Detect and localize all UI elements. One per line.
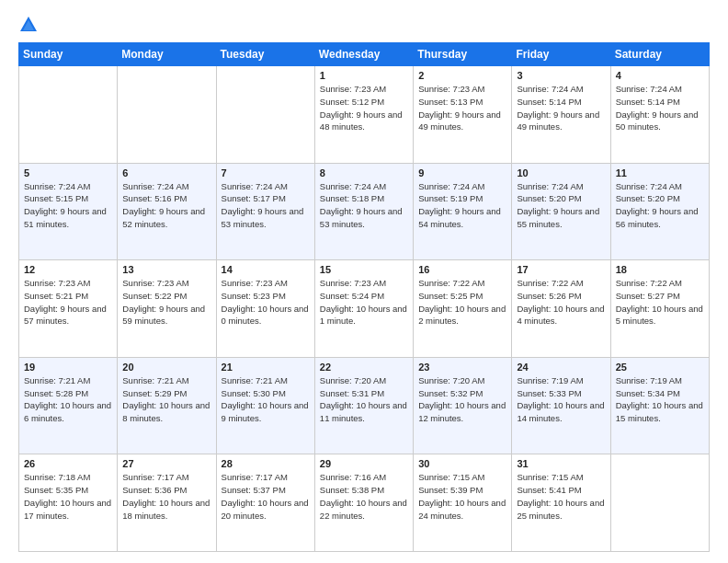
weekday-header-wednesday: Wednesday bbox=[314, 43, 413, 66]
day-number: 25 bbox=[616, 362, 704, 373]
week-row-4: 19Sunrise: 7:21 AM Sunset: 5:28 PM Dayli… bbox=[19, 357, 710, 454]
calendar-cell: 15Sunrise: 7:23 AM Sunset: 5:24 PM Dayli… bbox=[314, 260, 413, 358]
calendar-cell bbox=[19, 66, 118, 164]
day-number: 10 bbox=[517, 167, 605, 178]
day-detail: Sunrise: 7:21 AM Sunset: 5:29 PM Dayligh… bbox=[122, 374, 210, 425]
day-number: 7 bbox=[222, 167, 310, 178]
day-detail: Sunrise: 7:15 AM Sunset: 5:41 PM Dayligh… bbox=[517, 471, 605, 522]
day-detail: Sunrise: 7:17 AM Sunset: 5:37 PM Dayligh… bbox=[222, 471, 310, 522]
day-detail: Sunrise: 7:15 AM Sunset: 5:39 PM Dayligh… bbox=[418, 471, 506, 522]
day-detail: Sunrise: 7:24 AM Sunset: 5:14 PM Dayligh… bbox=[517, 83, 605, 133]
calendar-cell: 29Sunrise: 7:16 AM Sunset: 5:38 PM Dayli… bbox=[314, 454, 413, 552]
day-detail: Sunrise: 7:19 AM Sunset: 5:33 PM Dayligh… bbox=[517, 374, 605, 425]
day-detail: Sunrise: 7:24 AM Sunset: 5:16 PM Dayligh… bbox=[122, 180, 210, 231]
calendar-cell: 5Sunrise: 7:24 AM Sunset: 5:15 PM Daylig… bbox=[19, 163, 118, 260]
calendar-cell: 17Sunrise: 7:22 AM Sunset: 5:26 PM Dayli… bbox=[512, 260, 610, 358]
weekday-header-friday: Friday bbox=[512, 43, 610, 66]
calendar-cell: 7Sunrise: 7:24 AM Sunset: 5:17 PM Daylig… bbox=[216, 163, 314, 260]
day-number: 26 bbox=[24, 458, 112, 469]
calendar-cell: 6Sunrise: 7:24 AM Sunset: 5:16 PM Daylig… bbox=[118, 163, 216, 260]
day-detail: Sunrise: 7:17 AM Sunset: 5:36 PM Dayligh… bbox=[122, 471, 210, 522]
day-detail: Sunrise: 7:23 AM Sunset: 5:13 PM Dayligh… bbox=[418, 83, 506, 133]
day-detail: Sunrise: 7:22 AM Sunset: 5:25 PM Dayligh… bbox=[418, 277, 506, 327]
calendar-cell bbox=[216, 66, 314, 164]
calendar-cell: 30Sunrise: 7:15 AM Sunset: 5:39 PM Dayli… bbox=[414, 454, 512, 552]
weekday-header-row: SundayMondayTuesdayWednesdayThursdayFrid… bbox=[19, 43, 710, 66]
calendar-cell: 8Sunrise: 7:24 AM Sunset: 5:18 PM Daylig… bbox=[314, 163, 413, 260]
day-detail: Sunrise: 7:23 AM Sunset: 5:22 PM Dayligh… bbox=[122, 277, 210, 327]
day-number: 22 bbox=[320, 362, 408, 373]
calendar-cell: 3Sunrise: 7:24 AM Sunset: 5:14 PM Daylig… bbox=[512, 66, 610, 164]
calendar-cell: 14Sunrise: 7:23 AM Sunset: 5:23 PM Dayli… bbox=[216, 260, 314, 358]
day-detail: Sunrise: 7:19 AM Sunset: 5:34 PM Dayligh… bbox=[616, 374, 704, 425]
day-number: 8 bbox=[320, 167, 408, 178]
calendar-cell: 19Sunrise: 7:21 AM Sunset: 5:28 PM Dayli… bbox=[19, 357, 118, 454]
day-detail: Sunrise: 7:23 AM Sunset: 5:21 PM Dayligh… bbox=[24, 277, 112, 327]
day-number: 19 bbox=[24, 362, 112, 373]
day-detail: Sunrise: 7:18 AM Sunset: 5:35 PM Dayligh… bbox=[24, 471, 112, 522]
week-row-1: 1Sunrise: 7:23 AM Sunset: 5:12 PM Daylig… bbox=[19, 66, 710, 164]
logo bbox=[18, 15, 46, 35]
calendar-page: SundayMondayTuesdayWednesdayThursdayFrid… bbox=[0, 0, 728, 563]
calendar-cell: 28Sunrise: 7:17 AM Sunset: 5:37 PM Dayli… bbox=[216, 454, 314, 552]
day-detail: Sunrise: 7:21 AM Sunset: 5:28 PM Dayligh… bbox=[24, 374, 112, 425]
calendar-table: SundayMondayTuesdayWednesdayThursdayFrid… bbox=[18, 42, 710, 552]
calendar-cell: 25Sunrise: 7:19 AM Sunset: 5:34 PM Dayli… bbox=[610, 357, 709, 454]
day-detail: Sunrise: 7:22 AM Sunset: 5:27 PM Dayligh… bbox=[616, 277, 704, 327]
calendar-cell bbox=[610, 454, 709, 552]
week-row-5: 26Sunrise: 7:18 AM Sunset: 5:35 PM Dayli… bbox=[19, 454, 710, 552]
day-detail: Sunrise: 7:20 AM Sunset: 5:32 PM Dayligh… bbox=[418, 374, 506, 425]
day-detail: Sunrise: 7:23 AM Sunset: 5:23 PM Dayligh… bbox=[222, 277, 310, 327]
day-number: 27 bbox=[122, 458, 210, 469]
day-number: 24 bbox=[517, 362, 605, 373]
day-detail: Sunrise: 7:24 AM Sunset: 5:20 PM Dayligh… bbox=[616, 180, 704, 231]
day-number: 14 bbox=[222, 264, 310, 275]
logo-icon bbox=[18, 15, 39, 35]
header bbox=[18, 15, 710, 35]
calendar-cell: 22Sunrise: 7:20 AM Sunset: 5:31 PM Dayli… bbox=[314, 357, 413, 454]
day-detail: Sunrise: 7:16 AM Sunset: 5:38 PM Dayligh… bbox=[320, 471, 408, 522]
weekday-header-tuesday: Tuesday bbox=[216, 43, 314, 66]
week-row-3: 12Sunrise: 7:23 AM Sunset: 5:21 PM Dayli… bbox=[19, 260, 710, 358]
day-number: 18 bbox=[616, 264, 704, 275]
calendar-cell: 26Sunrise: 7:18 AM Sunset: 5:35 PM Dayli… bbox=[19, 454, 118, 552]
day-detail: Sunrise: 7:24 AM Sunset: 5:15 PM Dayligh… bbox=[24, 180, 112, 231]
day-number: 23 bbox=[418, 362, 506, 373]
calendar-cell: 16Sunrise: 7:22 AM Sunset: 5:25 PM Dayli… bbox=[414, 260, 512, 358]
calendar-cell: 24Sunrise: 7:19 AM Sunset: 5:33 PM Dayli… bbox=[512, 357, 610, 454]
week-row-2: 5Sunrise: 7:24 AM Sunset: 5:15 PM Daylig… bbox=[19, 163, 710, 260]
day-number: 21 bbox=[222, 362, 310, 373]
day-number: 1 bbox=[320, 70, 408, 81]
day-number: 5 bbox=[24, 167, 112, 178]
day-number: 31 bbox=[517, 458, 605, 469]
calendar-cell: 2Sunrise: 7:23 AM Sunset: 5:13 PM Daylig… bbox=[414, 66, 512, 164]
calendar-cell: 13Sunrise: 7:23 AM Sunset: 5:22 PM Dayli… bbox=[118, 260, 216, 358]
calendar-cell: 20Sunrise: 7:21 AM Sunset: 5:29 PM Dayli… bbox=[118, 357, 216, 454]
calendar-cell: 31Sunrise: 7:15 AM Sunset: 5:41 PM Dayli… bbox=[512, 454, 610, 552]
day-detail: Sunrise: 7:20 AM Sunset: 5:31 PM Dayligh… bbox=[320, 374, 408, 425]
day-number: 28 bbox=[222, 458, 310, 469]
calendar-cell: 1Sunrise: 7:23 AM Sunset: 5:12 PM Daylig… bbox=[314, 66, 413, 164]
day-detail: Sunrise: 7:22 AM Sunset: 5:26 PM Dayligh… bbox=[517, 277, 605, 327]
day-detail: Sunrise: 7:24 AM Sunset: 5:18 PM Dayligh… bbox=[320, 180, 408, 231]
day-number: 6 bbox=[122, 167, 210, 178]
day-detail: Sunrise: 7:24 AM Sunset: 5:19 PM Dayligh… bbox=[418, 180, 506, 231]
calendar-cell: 27Sunrise: 7:17 AM Sunset: 5:36 PM Dayli… bbox=[118, 454, 216, 552]
calendar-cell: 4Sunrise: 7:24 AM Sunset: 5:14 PM Daylig… bbox=[610, 66, 709, 164]
day-number: 12 bbox=[24, 264, 112, 275]
day-number: 4 bbox=[616, 70, 704, 81]
day-number: 17 bbox=[517, 264, 605, 275]
day-number: 16 bbox=[418, 264, 506, 275]
day-number: 9 bbox=[418, 167, 506, 178]
weekday-header-sunday: Sunday bbox=[19, 43, 118, 66]
calendar-cell: 11Sunrise: 7:24 AM Sunset: 5:20 PM Dayli… bbox=[610, 163, 709, 260]
calendar-cell: 21Sunrise: 7:21 AM Sunset: 5:30 PM Dayli… bbox=[216, 357, 314, 454]
day-detail: Sunrise: 7:24 AM Sunset: 5:20 PM Dayligh… bbox=[517, 180, 605, 231]
weekday-header-thursday: Thursday bbox=[414, 43, 512, 66]
day-detail: Sunrise: 7:24 AM Sunset: 5:17 PM Dayligh… bbox=[222, 180, 310, 231]
calendar-cell: 12Sunrise: 7:23 AM Sunset: 5:21 PM Dayli… bbox=[19, 260, 118, 358]
day-number: 20 bbox=[122, 362, 210, 373]
day-number: 11 bbox=[616, 167, 704, 178]
calendar-cell: 18Sunrise: 7:22 AM Sunset: 5:27 PM Dayli… bbox=[610, 260, 709, 358]
day-number: 15 bbox=[320, 264, 408, 275]
